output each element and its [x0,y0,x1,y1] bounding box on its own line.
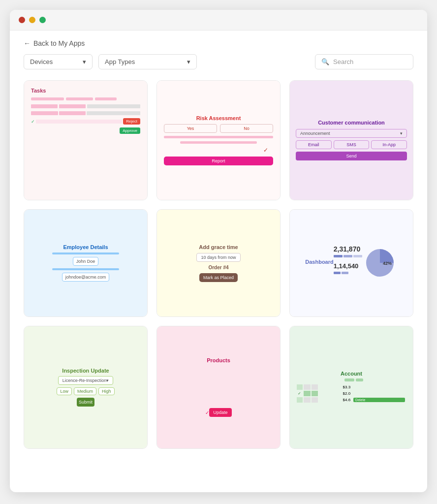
titlebar [10,10,427,31]
mg-table: $3.3 ✓ $2.0 [296,383,407,404]
card-preview-employee: Employee Details John Doe johndoe@acme.c… [24,210,147,316]
wo-submit-btn: Submit [77,398,94,407]
card-body-admin: Admin Panel An admin panel to view your … [157,448,280,449]
card-body-employee: Employee Onboarding An Onboarding system… [24,316,147,317]
card-employee-onboarding[interactable]: Employee Details John Doe johndoe@acme.c… [24,209,148,317]
emp-name-field: John Doe [73,257,99,266]
card-sales-dashboard[interactable]: Dashboard 2,31,870 1,14,540 [289,209,413,317]
card-inspection-work-order[interactable]: Risk Assessment Yes No ✓ Report Inspecti… [156,80,281,200]
card-body-mongo: MongoDB Admin Panel An admin panel for m… [290,448,413,449]
card-customer-communication[interactable]: Customer communication Announcement ▾ Em… [289,80,413,200]
pie-chart: 42% [362,245,398,281]
card-preview-approval: Tasks [24,81,147,200]
card-approval-queue[interactable]: Tasks [24,80,148,200]
card-preview-workorder: Inspection Update Licence-Re-Inspection … [24,326,147,449]
cards-grid: Tasks [24,80,413,449]
cc-title: Customer communication [318,120,385,126]
insp-title: Risk Assessment [196,115,241,121]
card-work-order-dispatch[interactable]: Inspection Update Licence-Re-Inspection … [24,326,148,449]
svg-text:42%: 42% [383,261,392,266]
main-content: ← Back to My Apps Devices ▾ App Types ▾ … [10,31,427,463]
card-body-workorder: Work Order Dispatch An app to initiate w… [24,448,147,449]
mg-title: Account [341,371,362,377]
back-label: Back to My Apps [33,39,85,47]
emp-email-field: johndoe@acme.com [62,273,110,282]
cc-send-btn: Send [296,152,407,160]
card-preview-customer-comm: Customer communication Announcement ▾ Em… [290,81,413,200]
adm-update-btn: Update [209,408,231,417]
insp-report-btn: Report [164,157,273,165]
cc-inapp-btn: In-App [371,140,407,149]
cc-email-btn: Email [296,140,332,149]
card-preview-inspection: Risk Assessment Yes No ✓ Report [157,81,280,200]
sales-title: Dashboard [305,259,333,265]
app-type-filter-label: App Types [105,58,135,65]
back-arrow: ← [24,39,31,47]
preview-tasks-label: Tasks [31,88,140,94]
insp-yes: Yes [164,124,217,133]
card-preview-admin: Products [157,326,280,449]
card-mongodb-admin[interactable]: Account $3.3 [289,326,413,449]
insp-no: No [220,124,273,133]
card-body-approval: Approval Queue This app enables users to… [24,200,147,200]
reject-btn-preview: Reject [123,118,140,125]
device-filter-label: Devices [30,58,53,65]
sales-num1: 2,31,870 [334,245,362,253]
wo-high-btn: High [98,387,115,395]
sup-subtitle: Order #4 [208,265,228,270]
approve-btn-preview: Approve [120,127,140,134]
cc-sms-btn: SMS [334,140,370,149]
insp-check: ✓ [263,147,268,154]
card-preview-sales: Dashboard 2,31,870 1,14,540 [290,210,413,316]
search-placeholder: Search [333,58,353,65]
sup-btn: Mark as Placed [199,273,238,282]
wo-medium-btn: Medium [74,387,96,395]
card-preview-mongo: Account $3.3 [290,326,413,449]
sup-field: 10 days from now [196,253,240,262]
device-filter[interactable]: Devices ▾ [24,54,93,69]
maximize-dot[interactable] [39,17,46,23]
mg-delete-btn: Delete [353,398,405,402]
back-link[interactable]: ← Back to My Apps [24,39,85,47]
app-window: ← Back to My Apps Devices ▾ App Types ▾ … [10,10,427,492]
card-body-inspection: Inspection Work Order An app to enable y… [157,200,280,200]
sales-num2: 1,14,540 [334,262,362,270]
close-dot[interactable] [19,17,25,23]
card-body-support: Customer Support Tool The Customer Suppo… [157,316,280,317]
app-type-filter[interactable]: App Types ▾ [98,54,197,69]
search-icon: 🔍 [321,58,329,65]
card-customer-support[interactable]: Add grace time 10 days from now Order #4… [156,209,281,317]
device-chevron-icon: ▾ [83,58,86,65]
minimize-dot[interactable] [29,17,35,23]
wo-dropdown: Licence-Re-Inspection ▾ [58,376,114,385]
adm-check: ✓ [205,410,209,415]
search-box[interactable]: 🔍 Search [315,54,413,69]
card-preview-support: Add grace time 10 days from now Order #4… [157,210,280,316]
filters-row: Devices ▾ App Types ▾ 🔍 Search [24,54,413,69]
wo-low-btn: Low [57,387,72,395]
cc-dropdown: Announcement ▾ [296,129,407,138]
card-body-customer-comm: Customer Communication This app showcase… [290,200,413,200]
wo-title: Inspection Update [62,368,109,374]
sup-title: Add grace time [199,244,238,250]
card-admin-panel[interactable]: Products [156,326,281,449]
emp-title: Employee Details [63,244,108,250]
card-body-sales: Sales Dashboard An interactive dashboard… [290,316,413,317]
adm-title: Products [207,357,230,363]
app-type-chevron-icon: ▾ [187,58,190,65]
